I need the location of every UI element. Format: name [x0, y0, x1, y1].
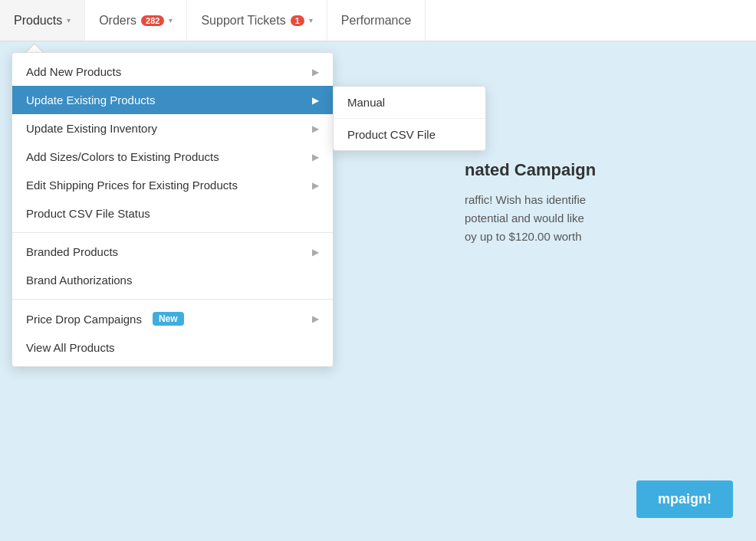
- orders-chevron-icon: ▾: [169, 16, 173, 25]
- menu-edit-shipping[interactable]: Edit Shipping Prices for Existing Produc…: [12, 171, 333, 199]
- price-drop-new-badge: New: [153, 312, 184, 326]
- menu-brand-authorizations[interactable]: Brand Authorizations: [12, 266, 333, 294]
- branded-products-arrow-icon: ▶: [312, 247, 319, 257]
- products-dropdown: Add New Products ▶ Update Existing Produ…: [12, 41, 334, 367]
- menu-edit-shipping-label: Edit Shipping Prices for Existing Produc…: [26, 179, 238, 192]
- submenu-manual[interactable]: Manual: [334, 87, 485, 119]
- nav-products-label: Products: [14, 14, 62, 28]
- update-existing-products-arrow-icon: ▶: [312, 95, 319, 106]
- campaign-text-3: oy up to $120.00 worth: [465, 228, 741, 246]
- menu-update-inventory[interactable]: Update Existing Inventory ▶: [12, 114, 333, 143]
- submenu-product-csv-label: Product CSV File: [347, 128, 436, 141]
- menu-brand-authorizations-label: Brand Authorizations: [26, 274, 132, 287]
- menu-section-1: Add New Products ▶ Update Existing Produ…: [12, 53, 333, 233]
- nav-products[interactable]: Products ▾: [0, 0, 85, 41]
- price-drop-arrow-icon: ▶: [312, 313, 319, 324]
- submenu-product-csv[interactable]: Product CSV File: [334, 119, 485, 150]
- products-chevron-icon: ▾: [67, 16, 71, 25]
- dropdown-menu: Add New Products ▶ Update Existing Produ…: [12, 52, 334, 367]
- nav-support-label: Support Tickets: [201, 14, 285, 28]
- dropdown-caret: [25, 41, 44, 52]
- campaign-text-1: raffic! Wish has identifie: [465, 191, 741, 209]
- menu-update-existing-products[interactable]: Update Existing Products ▶ Manual Produc…: [12, 86, 333, 114]
- support-badge: 1: [291, 15, 304, 26]
- add-new-products-arrow-icon: ▶: [312, 67, 319, 77]
- menu-branded-products-label: Branded Products: [26, 245, 118, 258]
- support-chevron-icon: ▾: [309, 16, 313, 25]
- menu-price-drop-label: Price Drop Campaigns: [26, 313, 142, 326]
- nav-performance[interactable]: Performance: [327, 0, 426, 41]
- nav-support[interactable]: Support Tickets 1 ▾: [187, 0, 327, 41]
- menu-price-drop[interactable]: Price Drop Campaigns New ▶: [12, 304, 333, 333]
- menu-add-new-products-label: Add New Products: [26, 65, 121, 78]
- menu-section-2: Branded Products ▶ Brand Authorizations: [12, 233, 333, 300]
- menu-branded-products[interactable]: Branded Products ▶: [12, 238, 333, 266]
- campaign-text-2: potential and would like: [465, 209, 741, 228]
- menu-add-sizes-colors-label: Add Sizes/Colors to Existing Products: [26, 150, 219, 163]
- nav-orders-label: Orders: [99, 14, 136, 28]
- add-sizes-colors-arrow-icon: ▶: [312, 152, 319, 162]
- edit-shipping-arrow-icon: ▶: [312, 180, 319, 191]
- campaign-button[interactable]: mpaign!: [636, 480, 733, 518]
- orders-badge: 282: [141, 15, 164, 26]
- menu-csv-status[interactable]: Product CSV File Status: [12, 199, 333, 228]
- menu-add-sizes-colors[interactable]: Add Sizes/Colors to Existing Products ▶: [12, 143, 333, 171]
- menu-add-new-products[interactable]: Add New Products ▶: [12, 57, 333, 86]
- campaign-box: nated Campaign raffic! Wish has identifi…: [449, 141, 756, 261]
- campaign-heading: nated Campaign: [465, 156, 741, 183]
- menu-csv-status-label: Product CSV File Status: [26, 207, 150, 220]
- nav-bar: Products ▾ Orders 282 ▾ Support Tickets …: [0, 0, 756, 41]
- menu-update-inventory-label: Update Existing Inventory: [26, 122, 157, 135]
- menu-view-all-label: View All Products: [26, 341, 115, 354]
- menu-section-3: Price Drop Campaigns New ▶ View All Prod…: [12, 300, 333, 366]
- menu-update-existing-products-label: Update Existing Products: [26, 93, 155, 107]
- submenu-manual-label: Manual: [347, 96, 385, 109]
- nav-orders[interactable]: Orders 282 ▾: [85, 0, 187, 41]
- menu-view-all[interactable]: View All Products: [12, 333, 333, 362]
- nav-performance-label: Performance: [341, 14, 412, 28]
- submenu-update-existing: Manual Product CSV File: [333, 86, 486, 151]
- update-inventory-arrow-icon: ▶: [312, 123, 319, 134]
